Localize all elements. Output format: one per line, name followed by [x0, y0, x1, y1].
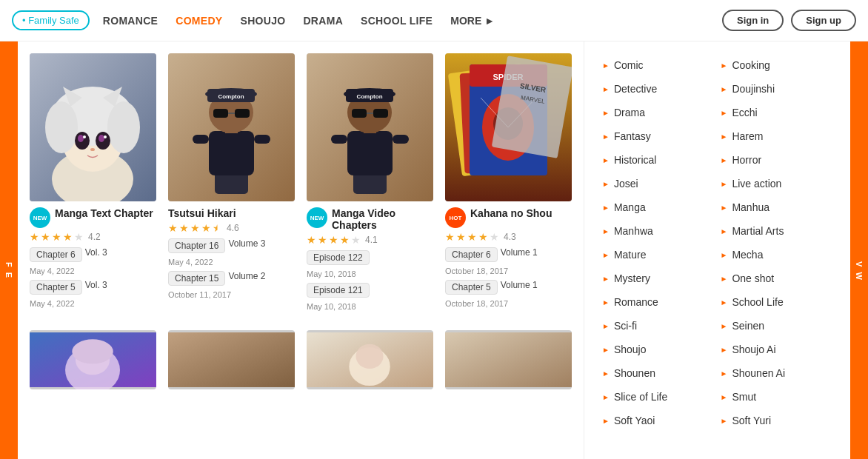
date-4a: October 18, 2017 — [445, 267, 572, 275]
svg-point-5 — [107, 101, 140, 153]
chapter-tags-1b: Chapter 5 Vol. 3 — [30, 280, 156, 295]
cover-image-3[interactable]: Compton — [307, 53, 433, 201]
genre-mecha[interactable]: ► Mecha — [718, 243, 836, 267]
genre-drama[interactable]: ► Drama — [599, 101, 718, 124]
cover-image-1[interactable] — [30, 53, 156, 201]
arrow-icon: ► — [721, 275, 728, 283]
genre-mystery[interactable]: ► Mystery — [599, 267, 718, 290]
genre-doujinshi[interactable]: ► Doujinshi — [718, 77, 836, 101]
genre-smut[interactable]: ► Smut — [718, 385, 836, 409]
arrow-icon: ► — [602, 322, 610, 330]
sign-in-button[interactable]: Sign in — [722, 10, 784, 31]
genre-romance[interactable]: ► Romance — [599, 290, 718, 314]
rating-stars-4: ★ ★ ★ ★ ★ 4.3 — [445, 231, 572, 243]
svg-rect-19 — [254, 135, 270, 144]
genre-shounen[interactable]: ► Shounen — [599, 361, 718, 385]
chapter-tag[interactable]: Chapter 6 — [30, 247, 82, 262]
header: Family Safe ROMANCE COMEDY SHOUJO DRAMA … — [0, 0, 868, 41]
nav-school-life[interactable]: SCHOOL LIFE — [361, 15, 433, 27]
arrow-icon: ► — [602, 369, 610, 378]
arrow-icon: ► — [721, 346, 728, 354]
date-2b: October 11, 2017 — [168, 290, 295, 299]
nav-comedy[interactable]: COMEDY — [176, 15, 222, 27]
genre-ecchi[interactable]: ► Ecchi — [718, 101, 836, 124]
cover-image-8[interactable] — [445, 330, 572, 389]
svg-point-57 — [72, 339, 113, 363]
arrow-icon: ► — [602, 393, 610, 401]
svg-point-13 — [104, 135, 107, 138]
left-edge-bar: F E — [0, 41, 18, 459]
cover-image-7[interactable] — [307, 330, 433, 389]
genre-slice-of-life[interactable]: ► Slice of Life — [599, 385, 718, 409]
genre-seinen[interactable]: ► Seinen — [718, 314, 836, 338]
cover-image-6[interactable] — [168, 330, 295, 389]
genre-soft-yuri[interactable]: ► Soft Yuri — [718, 409, 836, 432]
manga-card-1: NEW Manga Text Chapter ★ ★ ★ ★ ★ 4.2 Cha… — [30, 53, 156, 315]
manga-card-4: SPIDER SILVER MARVEL HOT — [445, 53, 572, 315]
arrow-icon: ► — [721, 61, 728, 70]
new-badge-1: NEW — [30, 207, 50, 228]
genre-one-shot[interactable]: ► One shot — [718, 267, 836, 290]
cover-image-5[interactable] — [30, 330, 156, 389]
genre-shounen-ai[interactable]: ► Shounen Ai — [718, 361, 836, 385]
genre-martial-arts[interactable]: ► Martial Arts — [718, 219, 836, 243]
rating-stars-1: ★ ★ ★ ★ ★ 4.2 — [30, 231, 156, 243]
chapter-tags-4a: Chapter 6 Volume 1 — [445, 247, 572, 262]
rating-stars-2: ★ ★ ★ ★ ★ 4.6 — [168, 222, 295, 234]
arrow-icon: ► — [721, 369, 728, 378]
chapter-tag[interactable]: Chapter 6 — [445, 247, 498, 262]
svg-rect-62 — [445, 332, 572, 387]
manga-card-5 — [30, 330, 156, 395]
svg-point-4 — [45, 101, 78, 153]
sign-up-button[interactable]: Sign up — [791, 10, 856, 31]
right-edge-bar: V W — [850, 41, 868, 459]
genre-manhwa[interactable]: ► Manhwa — [599, 219, 718, 243]
genre-detective[interactable]: ► Detective — [599, 77, 718, 101]
family-safe-button[interactable]: Family Safe — [12, 10, 90, 30]
genre-harem[interactable]: ► Harem — [718, 124, 836, 148]
chapter-tag[interactable]: Chapter 15 — [168, 271, 225, 286]
genre-school-life[interactable]: ► School Life — [718, 290, 836, 314]
svg-point-10 — [78, 135, 84, 142]
svg-point-12 — [83, 135, 86, 138]
svg-rect-18 — [193, 135, 209, 144]
genre-soft-yaoi[interactable]: ► Soft Yaoi — [599, 409, 718, 432]
genre-comic[interactable]: ► Comic — [599, 53, 718, 77]
arrow-icon: ► — [602, 61, 610, 70]
hot-badge-4: HOT — [445, 207, 466, 228]
chapter-tag[interactable]: Chapter 16 — [168, 238, 225, 253]
arrow-icon: ► — [721, 109, 728, 117]
svg-rect-17 — [209, 131, 254, 175]
genre-live-action[interactable]: ► Live action — [718, 172, 836, 195]
genre-sci-fi[interactable]: ► Sci-fi — [599, 314, 718, 338]
arrow-icon: ► — [721, 322, 728, 330]
chapter-tag[interactable]: Chapter 5 — [445, 280, 498, 295]
genre-mature[interactable]: ► Mature — [599, 243, 718, 267]
chapter-tag[interactable]: Episode 122 — [307, 250, 370, 265]
genre-josei[interactable]: ► Josei — [599, 172, 718, 195]
chapter-tags-3a: Episode 122 — [307, 250, 433, 265]
manga-card-7 — [307, 330, 433, 395]
genre-manga[interactable]: ► Manga — [599, 195, 718, 219]
rating-stars-3: ★ ★ ★ ★ ★ 4.1 — [307, 234, 433, 246]
date-3a: May 10, 2018 — [307, 269, 433, 278]
svg-rect-37 — [352, 109, 367, 118]
genre-manhua[interactable]: ► Manhua — [718, 195, 836, 219]
chapter-tag[interactable]: Chapter 5 — [30, 280, 82, 295]
genre-shoujo-ai[interactable]: ► Shoujo Ai — [718, 338, 836, 361]
cover-image-4[interactable]: SPIDER SILVER MARVEL — [445, 53, 572, 201]
genre-historical[interactable]: ► Historical — [599, 148, 718, 172]
cover-image-2[interactable]: Compton — [168, 53, 295, 201]
chapter-tags-2a: Chapter 16 Volume 3 — [168, 238, 295, 253]
nav-shoujo[interactable]: SHOUJO — [241, 15, 286, 27]
arrow-icon: ► — [721, 251, 728, 259]
genre-fantasy[interactable]: ► Fantasy — [599, 124, 718, 148]
genre-horror[interactable]: ► Horror — [718, 148, 836, 172]
genre-cooking[interactable]: ► Cooking — [718, 53, 836, 77]
svg-rect-32 — [393, 135, 409, 144]
nav-more[interactable]: MORE ► — [450, 15, 495, 27]
nav-drama[interactable]: DRAMA — [303, 15, 343, 27]
genre-shoujo[interactable]: ► Shoujo — [599, 338, 718, 361]
nav-romance[interactable]: ROMANCE — [103, 15, 158, 27]
chapter-tag[interactable]: Episode 121 — [307, 283, 370, 298]
